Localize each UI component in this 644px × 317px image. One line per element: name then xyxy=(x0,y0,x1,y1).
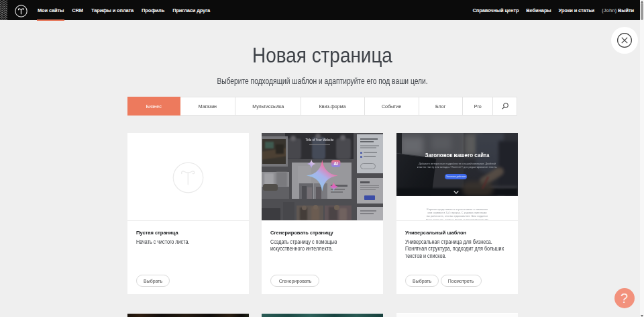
svg-text:AI: AI xyxy=(334,161,339,166)
